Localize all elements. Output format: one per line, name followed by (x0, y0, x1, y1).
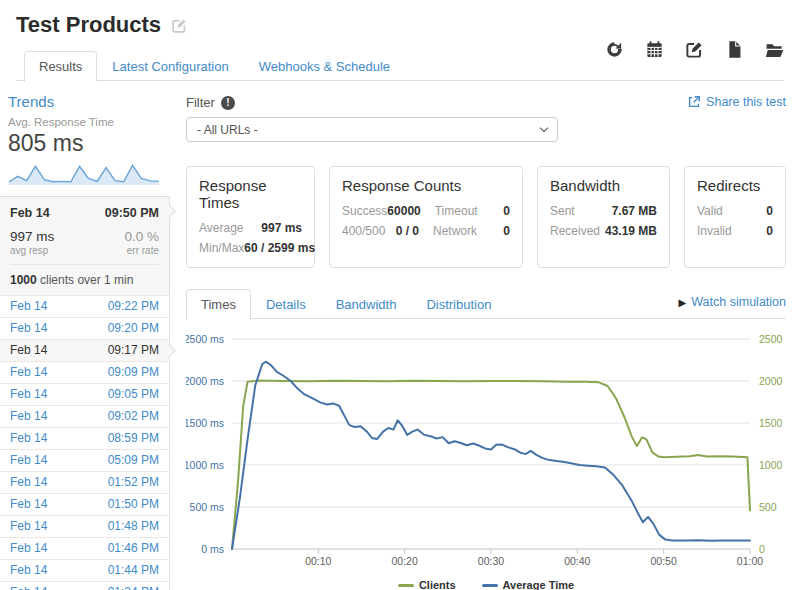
run-time: 01:52 PM (108, 475, 159, 490)
run-time: 09:17 PM (108, 343, 159, 358)
run-time: 09:22 PM (108, 299, 159, 314)
chart-tab-details[interactable]: Details (251, 289, 321, 320)
stat-value: 0 / 0 (396, 224, 419, 238)
summary-date: Feb 14 (10, 206, 50, 220)
run-time: 01:48 PM (108, 519, 159, 534)
tab-results[interactable]: Results (24, 51, 97, 82)
x-axis-tick-label: 00:50 (651, 555, 677, 567)
stat-row: Received43.19 MB (550, 224, 657, 238)
stat-value: 60 / 2599 ms (244, 241, 315, 255)
run-row[interactable]: Feb 1409:02 PM (0, 405, 169, 427)
stat-row: Min/Max60 / 2599 ms (199, 241, 302, 255)
summary-avg-value: 997 ms (10, 229, 54, 244)
run-date: Feb 14 (10, 299, 47, 314)
right-axis-tick-label: 0 (759, 543, 765, 555)
tab-webhooks-schedule[interactable]: Webhooks & Schedule (244, 51, 405, 82)
left-axis-tick-label: 0 ms (201, 543, 224, 555)
edit-test-button[interactable] (685, 40, 704, 59)
stat-card-response-times: Response TimesAverage997 msMin/Max60 / 2… (186, 166, 315, 268)
page-title: Test Products (16, 12, 161, 38)
run-date: Feb 14 (10, 519, 47, 534)
run-row[interactable]: Feb 1408:59 PM (0, 427, 169, 449)
run-row[interactable]: Feb 1409:05 PM (0, 383, 169, 405)
schedule-button[interactable] (645, 40, 664, 59)
run-row[interactable]: Feb 1409:09 PM (0, 361, 169, 383)
run-date: Feb 14 (10, 585, 47, 590)
summary-err-caption: err rate (127, 245, 159, 256)
stat-value: 7.67 MB (612, 204, 657, 218)
chart-tab-bandwidth[interactable]: Bandwidth (321, 289, 412, 320)
response-time-sparkline (8, 159, 160, 186)
selected-run-summary: Feb 14 09:50 PM 997 ms 0.0 % avg resp er… (0, 196, 169, 295)
stat-card-title: Response Times (199, 177, 302, 211)
run-date: Feb 14 (10, 497, 47, 512)
stat-label: Average (199, 221, 243, 235)
stat-row: Average997 ms (199, 221, 302, 235)
x-axis-tick-label: 01:00 (737, 555, 763, 567)
run-row[interactable]: Feb 1409:17 PM (0, 339, 169, 361)
run-row[interactable]: Feb 1409:22 PM (0, 295, 169, 317)
summary-time: 09:50 PM (105, 206, 159, 220)
stat-label: Timeout (435, 204, 478, 218)
run-row[interactable]: Feb 1401:46 PM (0, 537, 169, 559)
stat-label: Received (550, 224, 600, 238)
x-axis-tick-label: 00:40 (564, 555, 590, 567)
run-date: Feb 14 (10, 365, 47, 380)
left-axis-tick-label: 1000 ms (186, 459, 224, 471)
calendar-icon (645, 40, 664, 59)
run-time: 01:44 PM (108, 563, 159, 578)
legend-item-clients[interactable]: Clients (398, 579, 456, 590)
run-time: 08:59 PM (108, 431, 159, 446)
trends-title[interactable]: Trends (8, 93, 162, 110)
url-filter-select[interactable]: - All URLs - (186, 117, 558, 142)
legend-item-average-time[interactable]: Average Time (482, 579, 575, 590)
run-row[interactable]: Feb 1401:50 PM (0, 493, 169, 515)
stat-value: 60000 (387, 204, 420, 218)
right-axis-tick-label: 2000 (759, 375, 783, 387)
chart-tab-times[interactable]: Times (186, 289, 251, 320)
x-axis-tick-label: 00:30 (478, 555, 504, 567)
toolbar (605, 40, 784, 59)
run-time: 01:34 PM (108, 585, 159, 590)
chevron-down-icon (540, 124, 548, 132)
run-row[interactable]: Feb 1409:20 PM (0, 317, 169, 339)
stat-row: Invalid0 (697, 224, 773, 238)
tab-latest-configuration[interactable]: Latest Configuration (97, 51, 243, 82)
run-row[interactable]: Feb 1405:09 PM (0, 449, 169, 471)
run-row[interactable]: Feb 1401:44 PM (0, 559, 169, 581)
left-axis-tick-label: 1500 ms (186, 417, 224, 429)
chart-tab-distribution[interactable]: Distribution (411, 289, 506, 320)
right-axis-tick-label: 1000 (759, 459, 783, 471)
chart-legend: ClientsAverage Time (186, 579, 786, 590)
run-time: 09:02 PM (108, 409, 159, 424)
run-time: 09:05 PM (108, 387, 159, 402)
run-date: Feb 14 (10, 541, 47, 556)
avg-response-value: 805 ms (8, 130, 162, 157)
report-button[interactable] (725, 40, 744, 59)
page-header: Test Products (0, 0, 800, 81)
run-row[interactable]: Feb 1401:52 PM (0, 471, 169, 493)
stat-value: 0 (766, 224, 773, 238)
times-chart: 0 ms0500 ms5001000 ms10001500 ms15002000… (186, 325, 794, 575)
stat-value: 0 (503, 224, 510, 238)
avg-response-label: Avg. Response Time (8, 116, 162, 128)
run-row[interactable]: Feb 1401:34 PM (0, 581, 169, 590)
stats-cards: Response TimesAverage997 msMin/Max60 / 2… (186, 166, 786, 268)
run-time: 09:09 PM (108, 365, 159, 380)
filter-info-icon[interactable]: ! (221, 96, 235, 110)
watch-simulation-link[interactable]: ▶ Watch simulation (679, 295, 786, 309)
stat-card-title: Response Counts (342, 177, 510, 194)
share-icon (687, 95, 701, 109)
archive-button[interactable] (765, 40, 784, 59)
edit-title-icon[interactable] (171, 17, 188, 34)
stat-value: 997 ms (261, 221, 302, 235)
refresh-button[interactable] (605, 40, 624, 59)
stat-card-bandwidth: BandwidthSent7.67 MBReceived43.19 MB (537, 166, 670, 268)
run-row[interactable]: Feb 1401:48 PM (0, 515, 169, 537)
x-axis-tick-label: 00:10 (305, 555, 331, 567)
stat-label: Network (433, 224, 477, 238)
right-axis-tick-label: 500 (759, 501, 777, 513)
share-test-link[interactable]: Share this test (687, 95, 786, 109)
run-date: Feb 14 (10, 431, 47, 446)
right-axis-tick-label: 1500 (759, 417, 783, 429)
